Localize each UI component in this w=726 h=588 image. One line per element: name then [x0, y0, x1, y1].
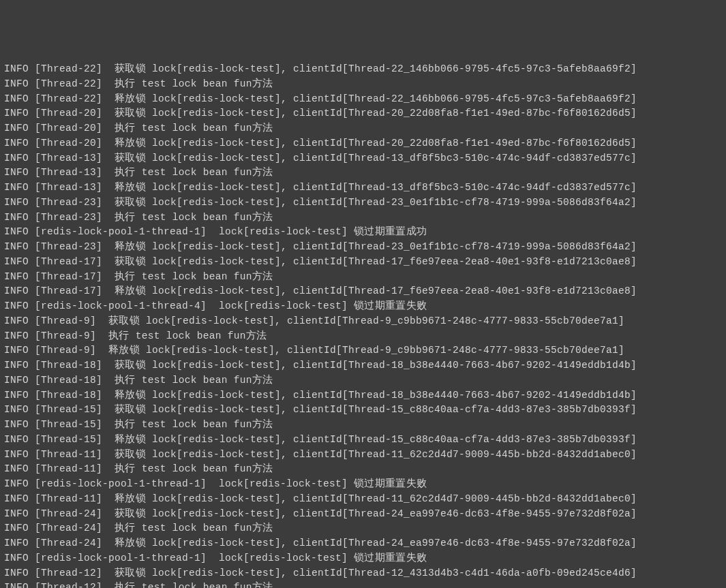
log-line: INFO [Thread-9] 执行 test lock bean fun方法	[4, 329, 722, 344]
log-line: INFO [Thread-22] 获取锁 lock[redis-lock-tes…	[4, 62, 722, 77]
log-line: INFO [Thread-13] 执行 test lock bean fun方法	[4, 166, 722, 181]
log-line: INFO [Thread-24] 执行 test lock bean fun方法	[4, 521, 722, 536]
log-line: INFO [Thread-12] 获取锁 lock[redis-lock-tes…	[4, 566, 722, 581]
log-line: INFO [Thread-17] 执行 test lock bean fun方法	[4, 270, 722, 285]
log-line: INFO [Thread-15] 释放锁 lock[redis-lock-tes…	[4, 433, 722, 448]
log-line: INFO [Thread-20] 释放锁 lock[redis-lock-tes…	[4, 136, 722, 151]
log-line: INFO [Thread-18] 获取锁 lock[redis-lock-tes…	[4, 358, 722, 373]
log-output: INFO [Thread-22] 获取锁 lock[redis-lock-tes…	[4, 62, 722, 588]
log-line: INFO [Thread-13] 释放锁 lock[redis-lock-tes…	[4, 181, 722, 196]
log-line: INFO [Thread-18] 释放锁 lock[redis-lock-tes…	[4, 388, 722, 403]
log-line: INFO [redis-lock-pool-1-thread-4] lock[r…	[4, 299, 722, 314]
log-line: INFO [Thread-22] 释放锁 lock[redis-lock-tes…	[4, 92, 722, 107]
log-line: INFO [Thread-22] 执行 test lock bean fun方法	[4, 77, 722, 92]
log-line: INFO [redis-lock-pool-1-thread-1] lock[r…	[4, 477, 722, 492]
log-line: INFO [Thread-11] 释放锁 lock[redis-lock-tes…	[4, 492, 722, 507]
log-line: INFO [Thread-12] 执行 test lock bean fun方法	[4, 581, 722, 588]
log-line: INFO [Thread-24] 获取锁 lock[redis-lock-tes…	[4, 507, 722, 522]
log-line: INFO [Thread-20] 执行 test lock bean fun方法	[4, 121, 722, 136]
log-line: INFO [redis-lock-pool-1-thread-1] lock[r…	[4, 225, 722, 240]
log-line: INFO [Thread-17] 释放锁 lock[redis-lock-tes…	[4, 284, 722, 299]
log-line: INFO [Thread-20] 获取锁 lock[redis-lock-tes…	[4, 106, 722, 121]
log-line: INFO [Thread-11] 获取锁 lock[redis-lock-tes…	[4, 448, 722, 463]
log-line: INFO [Thread-18] 执行 test lock bean fun方法	[4, 373, 722, 388]
log-line: INFO [Thread-11] 执行 test lock bean fun方法	[4, 462, 722, 477]
log-line: INFO [Thread-13] 获取锁 lock[redis-lock-tes…	[4, 151, 722, 166]
log-line: INFO [Thread-23] 获取锁 lock[redis-lock-tes…	[4, 196, 722, 211]
log-line: INFO [Thread-9] 获取锁 lock[redis-lock-test…	[4, 314, 722, 329]
log-line: INFO [Thread-17] 获取锁 lock[redis-lock-tes…	[4, 255, 722, 270]
log-line: INFO [Thread-9] 释放锁 lock[redis-lock-test…	[4, 343, 722, 358]
log-line: INFO [Thread-15] 获取锁 lock[redis-lock-tes…	[4, 403, 722, 418]
log-line: INFO [Thread-15] 执行 test lock bean fun方法	[4, 418, 722, 433]
log-line: INFO [redis-lock-pool-1-thread-1] lock[r…	[4, 551, 722, 566]
log-line: INFO [Thread-23] 释放锁 lock[redis-lock-tes…	[4, 240, 722, 255]
log-line: INFO [Thread-23] 执行 test lock bean fun方法	[4, 211, 722, 226]
log-line: INFO [Thread-24] 释放锁 lock[redis-lock-tes…	[4, 536, 722, 551]
